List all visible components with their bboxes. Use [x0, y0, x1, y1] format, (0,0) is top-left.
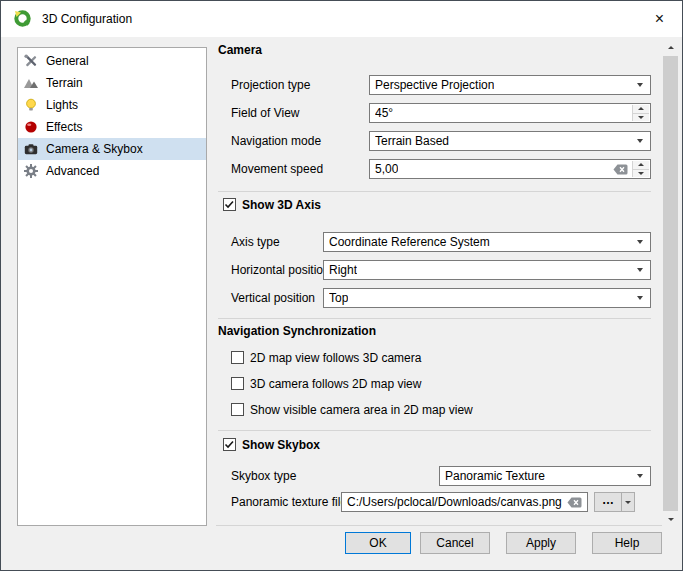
show-3d-axis-checkbox[interactable]	[223, 198, 236, 211]
field-of-view-value: 45°	[375, 106, 393, 120]
tools-icon	[23, 53, 39, 69]
projection-type-value: Perspective Projection	[375, 78, 494, 92]
projection-type-combo[interactable]: Perspective Projection	[369, 75, 651, 95]
horizontal-position-label: Horizontal position	[231, 263, 330, 277]
settings-category-list: General Terrain Lights	[17, 47, 207, 526]
show-camera-area-label[interactable]: Show visible camera area in 2D map view	[250, 403, 473, 417]
sidebar-item-advanced[interactable]: Advanced	[18, 160, 206, 182]
skybox-type-value: Panoramic Texture	[445, 469, 545, 483]
spin-buttons	[632, 161, 649, 177]
cancel-button[interactable]: Cancel	[420, 532, 490, 554]
show-camera-area-checkbox[interactable]	[231, 403, 244, 416]
sidebar-item-camera-skybox[interactable]: Camera & Skybox	[18, 138, 206, 160]
lightbulb-icon	[23, 97, 39, 113]
panoramic-texture-file-value: C:/Users/pclocal/Downloads/canvas.png	[347, 495, 562, 509]
show-3d-axis-label[interactable]: Show 3D Axis	[242, 198, 321, 212]
sidebar-item-label: Terrain	[46, 76, 83, 90]
camera-group-heading: Camera	[218, 43, 262, 57]
spin-down-button[interactable]	[633, 114, 649, 122]
sidebar-item-lights[interactable]: Lights	[18, 94, 206, 116]
sidebar-item-effects[interactable]: Effects	[18, 116, 206, 138]
browse-file-split-button: …	[594, 492, 635, 512]
field-of-view-label: Field of View	[231, 106, 299, 120]
axis-type-value: Coordinate Reference System	[329, 235, 490, 249]
axis-type-label: Axis type	[231, 235, 280, 249]
chevron-down-icon	[630, 133, 649, 149]
navigation-mode-value: Terrain Based	[375, 134, 449, 148]
ok-button[interactable]: OK	[345, 532, 411, 554]
sidebar-item-label: Camera & Skybox	[46, 142, 143, 156]
3d-configuration-dialog: 3D Configuration × General Terrain	[0, 0, 683, 571]
skybox-type-label: Skybox type	[231, 469, 296, 483]
close-button[interactable]: ×	[637, 1, 682, 36]
titlebar[interactable]: 3D Configuration ×	[1, 1, 682, 37]
movement-speed-value: 5,00	[375, 162, 398, 176]
horizontal-position-value: Right	[329, 263, 357, 277]
separator	[218, 318, 651, 319]
chevron-down-icon	[630, 290, 649, 306]
separator	[218, 191, 651, 192]
clear-value-icon[interactable]	[567, 497, 582, 508]
vertical-position-combo[interactable]: Top	[323, 288, 651, 308]
sidebar-item-label: Effects	[46, 120, 82, 134]
terrain-icon	[23, 75, 39, 91]
movement-speed-label: Movement speed	[231, 162, 323, 176]
chevron-down-icon	[630, 262, 649, 278]
vertical-position-label: Vertical position	[231, 291, 315, 305]
show-skybox-checkbox[interactable]	[223, 438, 236, 451]
panoramic-texture-file-label: Panoramic texture file	[231, 495, 347, 509]
sidebar-item-general[interactable]: General	[18, 50, 206, 72]
skybox-type-combo[interactable]: Panoramic Texture	[439, 466, 651, 486]
vertical-scrollbar[interactable]	[662, 39, 679, 528]
scroll-down-icon[interactable]	[662, 511, 679, 528]
show-skybox-label[interactable]: Show Skybox	[242, 438, 320, 452]
navigation-sync-heading: Navigation Synchronization	[218, 324, 376, 338]
spin-down-button[interactable]	[633, 170, 649, 178]
qgis-logo-icon	[14, 10, 32, 28]
scroll-up-icon[interactable]	[662, 39, 679, 56]
spin-up-button[interactable]	[633, 105, 649, 114]
sidebar-item-label: Advanced	[46, 164, 99, 178]
axis-type-combo[interactable]: Coordinate Reference System	[323, 232, 651, 252]
movement-speed-spinbox[interactable]: 5,00	[369, 159, 651, 179]
scrollbar-thumb[interactable]	[663, 56, 678, 511]
spin-buttons	[632, 105, 649, 121]
projection-type-label: Projection type	[231, 78, 310, 92]
camera-icon	[23, 141, 39, 157]
navigation-mode-combo[interactable]: Terrain Based	[369, 131, 651, 151]
3d-follows-2d-label[interactable]: 3D camera follows 2D map view	[250, 377, 421, 391]
sidebar-item-label: General	[46, 54, 89, 68]
field-of-view-spinbox[interactable]: 45°	[369, 103, 651, 123]
gear-icon	[23, 163, 39, 179]
spin-up-button[interactable]	[633, 161, 649, 170]
chevron-down-icon[interactable]	[621, 493, 634, 511]
chevron-down-icon	[630, 77, 649, 93]
vertical-position-value: Top	[329, 291, 348, 305]
separator	[216, 525, 678, 526]
chevron-down-icon	[630, 234, 649, 250]
3d-follows-2d-checkbox[interactable]	[231, 377, 244, 390]
browse-file-button[interactable]: …	[595, 493, 621, 511]
navigation-mode-label: Navigation mode	[231, 134, 321, 148]
horizontal-position-combo[interactable]: Right	[323, 260, 651, 280]
sidebar-item-label: Lights	[46, 98, 78, 112]
effects-sphere-icon	[23, 119, 39, 135]
separator	[218, 430, 651, 431]
help-button[interactable]: Help	[592, 532, 662, 554]
clear-value-icon[interactable]	[613, 164, 628, 175]
2d-follows-3d-checkbox[interactable]	[231, 351, 244, 364]
2d-follows-3d-label[interactable]: 2D map view follows 3D camera	[250, 351, 421, 365]
window-title: 3D Configuration	[42, 12, 132, 26]
chevron-down-icon	[630, 468, 649, 484]
apply-button[interactable]: Apply	[506, 532, 576, 554]
panoramic-texture-file-input[interactable]: C:/Users/pclocal/Downloads/canvas.png	[341, 492, 588, 512]
sidebar-item-terrain[interactable]: Terrain	[18, 72, 206, 94]
